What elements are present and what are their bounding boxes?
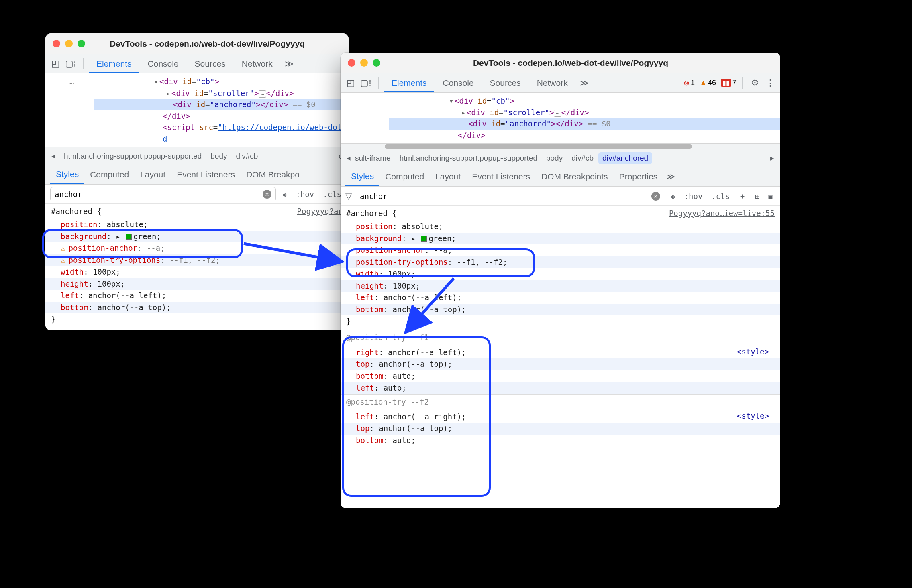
- cls-button[interactable]: .cls: [709, 191, 732, 201]
- subtab-dom[interactable]: DOM Breakpo: [241, 165, 305, 184]
- crumb-prev-icon[interactable]: ◂: [48, 151, 59, 161]
- hov-button[interactable]: :hov: [293, 189, 316, 199]
- crumb[interactable]: html.anchoring-support.popup-supported: [60, 150, 206, 162]
- minimize-icon[interactable]: [65, 40, 73, 47]
- css-declaration[interactable]: left: auto;: [341, 382, 780, 394]
- subtab-properties[interactable]: Properties: [614, 167, 663, 186]
- css-declaration[interactable]: right: anchor(--a left);: [341, 347, 780, 358]
- hov-button[interactable]: :hov: [682, 191, 705, 201]
- crumb[interactable]: div#anchored: [598, 152, 652, 164]
- css-declaration[interactable]: position: absolute;: [341, 221, 780, 232]
- kebab-icon[interactable]: ⋮: [763, 78, 777, 88]
- layers-icon[interactable]: ◈: [668, 191, 677, 201]
- css-declaration[interactable]: background: ▸ green;: [341, 233, 780, 244]
- close-icon[interactable]: [348, 59, 355, 67]
- crumb[interactable]: div#cb: [567, 152, 598, 164]
- css-declaration[interactable]: top: anchor(--a top);: [341, 423, 780, 434]
- tab-elements[interactable]: Elements: [384, 73, 434, 92]
- crumb[interactable]: body: [206, 150, 231, 162]
- tab-console[interactable]: Console: [436, 73, 481, 92]
- selector-text[interactable]: #anchored {: [346, 208, 397, 219]
- subtab-dom[interactable]: DOM Breakpoints: [536, 167, 614, 186]
- clear-filter-icon[interactable]: ✕: [651, 192, 660, 201]
- source-link[interactable]: Pogyyyq?an: [297, 205, 343, 217]
- subtab-styles[interactable]: Styles: [50, 165, 84, 184]
- settings-icon[interactable]: ⚙: [748, 78, 762, 88]
- clear-filter-icon[interactable]: ✕: [263, 190, 271, 199]
- crumb[interactable]: html.anchoring-support.popup-supported: [396, 152, 541, 164]
- layers-icon[interactable]: ◈: [280, 189, 289, 199]
- css-declaration[interactable]: bottom: auto;: [341, 435, 780, 446]
- horizontal-scrollbar[interactable]: [341, 143, 780, 149]
- maximize-icon[interactable]: [373, 59, 380, 67]
- crumb[interactable]: body: [542, 152, 567, 164]
- warning-icon[interactable]: ▲: [700, 79, 707, 87]
- more-tabs-icon[interactable]: ≫: [282, 59, 297, 69]
- annotation-arrow-icon: [240, 224, 352, 272]
- crumb-prev-icon[interactable]: ◂: [343, 153, 354, 163]
- css-declaration[interactable]: bottom: anchor(--a top);: [45, 302, 349, 313]
- error-icon[interactable]: ⊗: [683, 79, 690, 87]
- filter-input[interactable]: anchor ✕: [356, 189, 664, 203]
- breadcrumb: ◂ sult-iframe html.anchoring-support.pop…: [341, 149, 780, 167]
- css-declaration[interactable]: height: 100px;: [45, 278, 349, 290]
- issues-count: 7: [732, 79, 737, 87]
- window-titlebar[interactable]: DevTools - codepen.io/web-dot-dev/live/P…: [341, 53, 780, 73]
- elements-tree[interactable]: ▾<div id="cb"> ▸<div id="scroller">⋯</di…: [341, 93, 780, 143]
- css-declaration[interactable]: top: anchor(--a top);: [341, 358, 780, 370]
- css-declaration[interactable]: left: anchor(--a left);: [45, 290, 349, 301]
- issues-icon[interactable]: ▮▮: [721, 79, 731, 87]
- source-link[interactable]: <style>: [737, 346, 775, 358]
- selector-text[interactable]: #anchored {: [51, 205, 102, 217]
- elements-tree[interactable]: … ▾<div id="cb"> ▸<div id="scroller">⋯</…: [45, 73, 349, 147]
- subtab-layout[interactable]: Layout: [430, 167, 466, 186]
- selected-marker: == $0: [288, 100, 316, 109]
- tab-elements[interactable]: Elements: [89, 54, 139, 73]
- subtab-layout[interactable]: Layout: [135, 165, 171, 184]
- inspect-icon[interactable]: ◰: [49, 59, 62, 69]
- subtab-computed[interactable]: Computed: [84, 165, 135, 184]
- tab-network[interactable]: Network: [235, 54, 280, 73]
- device-icon[interactable]: ▢⁞: [359, 78, 373, 88]
- minimize-icon[interactable]: [360, 59, 368, 67]
- tab-sources[interactable]: Sources: [188, 54, 233, 73]
- attr-value: "scroller": [504, 108, 549, 117]
- close-tag: </div>: [458, 131, 486, 140]
- subtab-styles[interactable]: Styles: [345, 167, 379, 186]
- crumb[interactable]: div#cb: [232, 150, 262, 162]
- crumb-next-icon[interactable]: ▸: [767, 153, 778, 163]
- css-declaration[interactable]: bottom: auto;: [341, 370, 780, 382]
- window-titlebar[interactable]: DevTools - codepen.io/web-dot-dev/live/P…: [45, 33, 349, 54]
- more-tabs-icon[interactable]: ≫: [577, 78, 592, 88]
- tab-sources[interactable]: Sources: [483, 73, 528, 92]
- subtab-events[interactable]: Event Listeners: [171, 165, 241, 184]
- css-declaration[interactable]: position-try-options: --f1, --f2;: [341, 256, 780, 268]
- styles-tab-bar: Styles Computed Layout Event Listeners D…: [341, 167, 780, 187]
- device-icon[interactable]: ▢⁞: [64, 59, 78, 69]
- toggle-computed-icon[interactable]: ⊞: [753, 191, 762, 201]
- source-link[interactable]: <style>: [737, 410, 775, 422]
- add-rule-icon[interactable]: ＋: [736, 190, 749, 202]
- tab-console[interactable]: Console: [141, 54, 186, 73]
- subtab-computed[interactable]: Computed: [379, 167, 430, 186]
- more-subtabs-icon[interactable]: ≫: [663, 172, 678, 181]
- inspect-icon[interactable]: ◰: [344, 78, 357, 88]
- subtab-events[interactable]: Event Listeners: [466, 167, 536, 186]
- css-declaration[interactable]: position-anchor: --a;: [341, 244, 780, 256]
- maximize-icon[interactable]: [78, 40, 85, 47]
- window-title: DevTools - codepen.io/web-dot-dev/live/P…: [400, 58, 741, 68]
- source-link[interactable]: Pogyyyq?ano…iew=live:55: [669, 208, 775, 219]
- styles-pane[interactable]: #anchored { Pogyyyq?ano…iew=live:55 posi…: [341, 206, 780, 508]
- filter-input[interactable]: anchor ✕: [50, 187, 276, 201]
- at-rule-header[interactable]: @position-try --f2: [341, 395, 780, 409]
- crumb[interactable]: sult-iframe: [355, 152, 395, 164]
- svg-line-1: [406, 278, 454, 332]
- main-tab-bar: ◰ ▢⁞ Elements Console Sources Network ≫: [45, 54, 349, 73]
- main-tab-bar: ◰ ▢⁞ Elements Console Sources Network ≫ …: [341, 73, 780, 93]
- filter-text-value: anchor: [55, 190, 82, 199]
- css-declaration[interactable]: left: anchor(--a right);: [341, 411, 780, 423]
- close-icon[interactable]: [53, 40, 60, 47]
- filter-row: ▽ anchor ✕ ◈ :hov .cls ＋ ⊞ ▣: [341, 187, 780, 206]
- panel-toggle-icon[interactable]: ▣: [766, 191, 775, 201]
- tab-network[interactable]: Network: [530, 73, 575, 92]
